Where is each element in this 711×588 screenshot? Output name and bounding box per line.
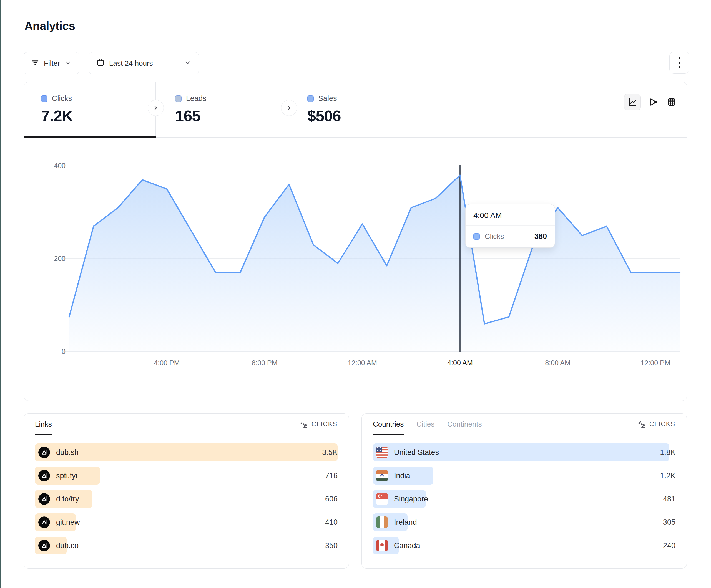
stat-tab-leads[interactable]: Leads 165 (156, 82, 289, 137)
row-label: git.new (56, 518, 80, 527)
x-tick-label: 12:00 AM (337, 359, 387, 367)
row-value: 716 (325, 467, 338, 484)
funnel-chart-icon (649, 97, 659, 107)
sales-series-chip (307, 95, 314, 102)
x-tick-label: 8:00 PM (240, 359, 289, 367)
window-left-accent (0, 0, 1, 588)
table-view-button[interactable] (667, 97, 676, 107)
row-value: 1.8K (660, 444, 675, 461)
list-item[interactable]: spti.fyi716 (35, 467, 338, 484)
chart-tooltip: 4:00 AM Clicks 380 (465, 204, 555, 248)
countries-metric: CLICKS (638, 420, 675, 429)
chevron-down-icon (64, 59, 72, 67)
row-label: dub.co (56, 541, 79, 550)
row-label: spti.fyi (56, 472, 78, 480)
row-value: 481 (663, 490, 675, 508)
x-tick-label: 12:00 PM (630, 359, 681, 367)
tooltip-time: 4:00 AM (466, 204, 555, 226)
list-item[interactable]: Singapore481 (373, 490, 675, 508)
row-label: d.to/try (56, 495, 79, 503)
links-list: dub.sh3.5K spti.fyi716 d.to/try606 git.n… (24, 435, 349, 555)
row-value: 3.5K (322, 444, 338, 461)
expand-leads-button[interactable] (148, 100, 164, 116)
flag-sg-icon (376, 493, 388, 505)
tab-cities[interactable]: Cities (416, 413, 434, 435)
flag-us-icon (376, 447, 388, 458)
stat-value: 7.2K (41, 107, 155, 125)
dub-logo-avatar (38, 516, 50, 528)
line-chart-icon (628, 97, 637, 107)
clicks-area-chart[interactable]: 0200400 4:00 PM8:00 PM12:00 AM4:00 AM8:0… (24, 138, 687, 400)
filter-lines-icon (31, 59, 39, 68)
row-label: dub.sh (56, 448, 79, 457)
tab-continents[interactable]: Continents (447, 413, 482, 435)
tooltip-series-row: Clicks 380 (466, 226, 555, 247)
y-tick-label: 400 (46, 162, 66, 170)
list-item[interactable]: Ireland305 (373, 513, 675, 531)
stat-value: 165 (175, 107, 289, 125)
flag-ie-icon (376, 516, 388, 528)
list-item[interactable]: d.to/try606 (35, 490, 338, 508)
dub-logo-avatar (38, 540, 50, 551)
list-item[interactable]: United States1.8K (373, 444, 675, 461)
table-grid-icon (667, 97, 676, 107)
list-item[interactable]: dub.co350 (35, 537, 338, 555)
stats-tabs-row: Clicks 7.2K Leads 165 Sales $506 (24, 82, 687, 138)
countries-panel-header: CountriesCitiesContinents CLICKS (362, 413, 687, 435)
links-metric: CLICKS (300, 420, 338, 429)
stat-tab-clicks[interactable]: Clicks 7.2K (24, 82, 156, 137)
row-label: Ireland (394, 518, 417, 527)
list-item[interactable]: dub.sh3.5K (35, 444, 338, 461)
flag-in-icon (376, 470, 388, 481)
line-chart-view-button[interactable] (624, 94, 641, 110)
row-label: United States (394, 448, 439, 457)
date-range-button[interactable]: Last 24 hours (89, 52, 199, 74)
stat-label: Sales (318, 94, 337, 103)
row-value: 1.2K (660, 467, 675, 484)
row-label: Singapore (394, 495, 428, 503)
leads-series-chip (175, 95, 181, 102)
dub-logo-avatar (38, 493, 50, 505)
chevron-right-icon (152, 105, 159, 111)
flag-ca-icon (376, 540, 388, 551)
area-fill (69, 175, 680, 352)
stat-label: Clicks (52, 94, 72, 103)
expand-sales-button[interactable] (281, 100, 297, 116)
countries-list: United States1.8K India1.2K Singapore481… (362, 435, 687, 555)
row-value: 606 (325, 490, 338, 508)
row-label: India (394, 472, 410, 480)
cursor-click-icon (300, 420, 308, 429)
page-title: Analytics (24, 19, 75, 33)
tooltip-series-name: Clicks (485, 232, 530, 241)
tab-links[interactable]: Links (35, 413, 52, 435)
filter-button-label: Filter (44, 59, 60, 68)
more-options-button[interactable] (669, 51, 689, 74)
clicks-series-chip (473, 233, 480, 240)
analytics-card: Clicks 7.2K Leads 165 Sales $506 (24, 82, 687, 401)
row-value: 350 (325, 537, 338, 555)
list-item[interactable]: Canada240 (373, 537, 675, 555)
row-value: 240 (663, 537, 675, 555)
filter-button[interactable]: Filter (24, 52, 79, 74)
y-tick-label: 0 (46, 347, 66, 356)
chart-view-toggles (624, 94, 676, 110)
links-panel-header: Links CLICKS (24, 413, 349, 435)
cursor-click-icon (638, 420, 646, 429)
chevron-right-icon (286, 105, 292, 111)
dub-logo-avatar (38, 447, 50, 458)
tooltip-value: 380 (534, 232, 547, 241)
links-panel: Links CLICKS dub.sh3.5K spti.fyi716 d.to… (24, 413, 349, 569)
date-range-label: Last 24 hours (109, 59, 180, 68)
chevron-down-icon (184, 59, 191, 67)
x-tick-label: 4:00 PM (142, 359, 192, 367)
row-value: 410 (325, 513, 338, 531)
funnel-chart-view-button[interactable] (649, 97, 659, 107)
tab-countries[interactable]: Countries (373, 413, 404, 435)
row-value: 305 (663, 513, 675, 531)
dub-logo-avatar (38, 470, 50, 481)
clicks-series-chip (41, 95, 47, 102)
x-tick-label: 8:00 AM (533, 359, 583, 367)
list-item[interactable]: git.new410 (35, 513, 338, 531)
countries-panel: CountriesCitiesContinents CLICKS United … (362, 413, 687, 569)
list-item[interactable]: India1.2K (373, 467, 675, 484)
